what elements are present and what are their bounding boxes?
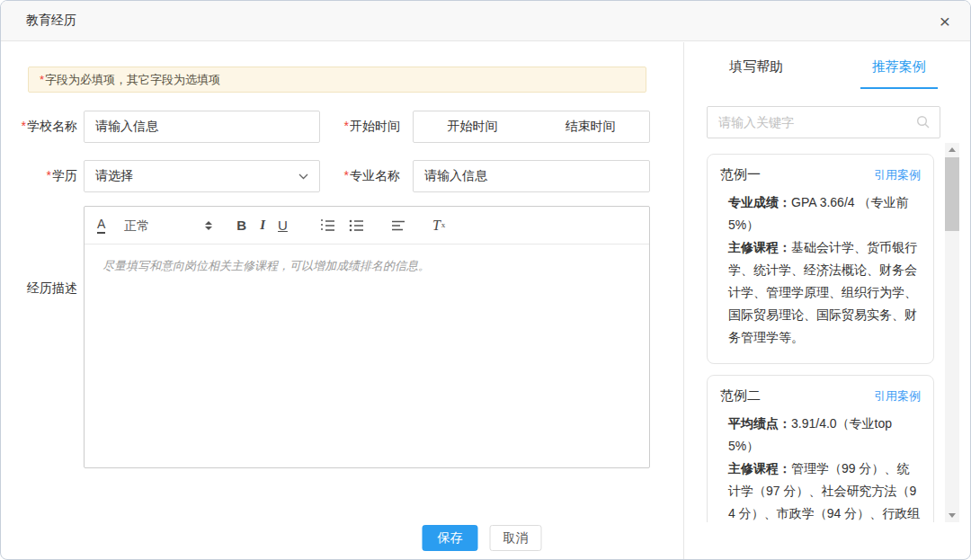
cite-case-link[interactable]: 引用案例 (874, 388, 921, 404)
description-textarea[interactable]: 尽量填写和意向岗位相关主修课程，可以增加成绩排名的信息。 (85, 244, 649, 288)
scroll-up-icon[interactable] (949, 147, 956, 152)
dialog-title: 教育经历 (26, 13, 76, 29)
scrollbar-thumb[interactable] (945, 157, 959, 231)
case-title: 范例二 (720, 387, 761, 404)
cancel-button[interactable]: 取消 (490, 525, 542, 551)
start-time-label: *开始时间 (323, 119, 400, 135)
align-icon[interactable] (392, 220, 405, 231)
form-row-2: *学历 请选择 *专业名称 (1, 160, 684, 192)
italic-button[interactable]: I (260, 218, 265, 232)
helper-tabs: 填写帮助 推荐案例 (685, 42, 970, 91)
form-row-1: *学校名称 *开始时间 开始时间 结束时间 (1, 111, 684, 143)
date-range-picker[interactable]: 开始时间 结束时间 (413, 111, 650, 143)
school-name-input[interactable] (84, 111, 320, 143)
case-card: 范例二 引用案例 平均绩点：3.91/4.0（专业top 5%） 主修课程：管理… (707, 375, 934, 522)
editor-toolbar: A 正常 B I U (85, 207, 649, 244)
start-date-field[interactable]: 开始时间 (414, 119, 531, 135)
dialog-body: * 字段为必填项，其它字段为选填项 *学校名称 *开始时间 开始时间 结束时间 … (1, 42, 970, 559)
required-asterisk: * (344, 168, 349, 182)
tab-recommended-cases[interactable]: 推荐案例 (828, 42, 971, 91)
case-card: 范例一 引用案例 专业成绩：GPA 3.66/4 （专业前5%） 主修课程：基础… (707, 154, 934, 364)
dialog-footer: 保存 取消 (423, 525, 542, 551)
required-asterisk: * (47, 168, 51, 182)
major-name-label: *专业名称 (323, 168, 400, 184)
tab-fill-help[interactable]: 填写帮助 (685, 42, 828, 91)
degree-label: *学历 (1, 168, 77, 184)
case-content: 平均绩点：3.91/4.0（专业top 5%） 主修课程：管理学（99 分）、统… (720, 413, 921, 522)
end-date-field[interactable]: 结束时间 (531, 119, 649, 135)
case-title: 范例一 (720, 166, 761, 183)
form-panel: * 字段为必填项，其它字段为选填项 *学校名称 *开始时间 开始时间 结束时间 … (1, 42, 684, 559)
description-label: 经历描述 (1, 280, 77, 297)
case-content: 专业成绩：GPA 3.66/4 （专业前5%） 主修课程：基础会计学、货币银行学… (720, 191, 921, 349)
notice-text: 字段为必填项，其它字段为选填项 (45, 72, 220, 88)
bullet-list-icon[interactable] (349, 219, 364, 232)
education-experience-dialog: 教育经历 × * 字段为必填项，其它字段为选填项 *学校名称 *开始时间 开始时… (0, 0, 971, 560)
helper-panel: 填写帮助 推荐案例 范例一 (685, 42, 970, 559)
scroll-down-icon[interactable] (949, 513, 956, 518)
clear-format-icon[interactable]: Tx (432, 218, 445, 233)
required-asterisk: * (22, 119, 26, 133)
close-icon[interactable]: × (940, 12, 950, 31)
font-color-icon[interactable]: A (97, 218, 105, 234)
underline-button[interactable]: U (278, 218, 288, 232)
font-size-dropdown[interactable]: 正常 (124, 219, 149, 232)
major-name-input[interactable] (413, 160, 650, 192)
ordered-list-icon[interactable] (320, 219, 335, 232)
required-fields-notice: * 字段为必填项，其它字段为选填项 (28, 67, 646, 93)
chevron-down-icon (298, 173, 308, 180)
case-list: 范例一 引用案例 专业成绩：GPA 3.66/4 （专业前5%） 主修课程：基础… (707, 154, 934, 522)
keyword-search-input[interactable] (708, 115, 916, 129)
cite-case-link[interactable]: 引用案例 (874, 167, 921, 183)
degree-select-value: 请选择 (95, 168, 133, 184)
search-icon[interactable] (916, 115, 931, 129)
bold-button[interactable]: B (236, 218, 246, 232)
size-stepper-icon[interactable] (205, 221, 212, 230)
required-asterisk: * (40, 73, 44, 86)
degree-select[interactable]: 请选择 (84, 160, 320, 192)
keyword-search-box (707, 106, 940, 138)
required-asterisk: * (344, 119, 349, 133)
vertical-scrollbar[interactable] (945, 143, 959, 522)
dialog-header: 教育经历 × (1, 1, 970, 41)
school-name-label: *学校名称 (1, 119, 77, 135)
rich-text-editor: A 正常 B I U (84, 206, 650, 468)
save-button[interactable]: 保存 (423, 525, 478, 551)
